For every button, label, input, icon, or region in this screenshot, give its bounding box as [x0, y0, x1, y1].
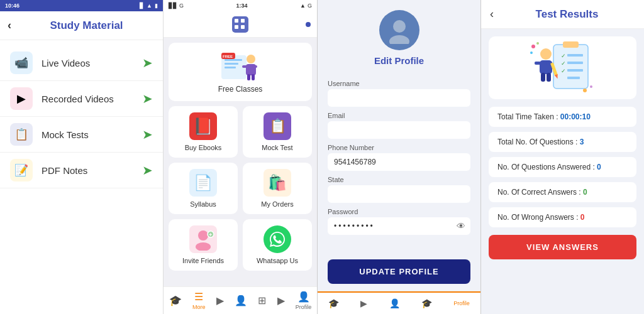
p2-grid-mock-test[interactable]: 📋 Mock Test — [243, 106, 312, 158]
p3-input-username[interactable] — [328, 89, 470, 107]
p2-content: FREE Free Classes 📕 Buy Ebooks 📋 Mock Te… — [164, 38, 317, 286]
p2-grid-syllabus[interactable]: 📄 Syllabus — [169, 163, 238, 214]
p3-input-password[interactable] — [328, 217, 470, 235]
p3-nav-courses[interactable]: 🎓 — [421, 298, 432, 308]
p3-label-state: State — [328, 176, 470, 183]
p3-profile-label: Profile — [453, 300, 470, 306]
svg-rect-25 — [567, 69, 583, 72]
back-button-4[interactable]: ‹ — [490, 8, 494, 21]
free-classes-card[interactable]: FREE Free Classes — [169, 43, 312, 101]
p1-item-live-videos[interactable]: 📹 Live Videos ➤ — [0, 45, 163, 81]
live-videos-icon: 📹 — [14, 56, 28, 70]
notification-dot — [306, 22, 311, 27]
p2-nav-profile[interactable]: 👤 Profile — [296, 291, 312, 310]
p3-nav-profile[interactable]: Profile — [453, 300, 470, 306]
svg-point-38 — [583, 89, 587, 92]
avatar-area — [318, 0, 480, 55]
recorded-videos-icon: ▶ — [17, 92, 26, 106]
p2-nav-video2[interactable]: ▶ — [277, 295, 285, 306]
svg-rect-9 — [252, 74, 255, 80]
p1-label-pdf-notes: PDF Notes — [42, 165, 142, 176]
p3-nav-home[interactable]: 🎓 — [328, 298, 339, 308]
p3-field-state: State — [328, 176, 470, 203]
buy-ebooks-grid-icon: 📕 — [189, 112, 217, 140]
p4-header: ‹ Test Results — [481, 0, 644, 29]
svg-rect-6 — [242, 65, 247, 68]
p3-input-phone[interactable] — [328, 153, 470, 171]
p3-field-username: Username — [328, 80, 470, 107]
p1-item-pdf-notes[interactable]: 📝 PDF Notes ➤ — [0, 153, 163, 188]
more-label: More — [192, 304, 206, 310]
p2-nav-grid[interactable]: ⊞ — [258, 295, 266, 306]
eye-icon[interactable]: 👁 — [457, 221, 465, 231]
results-illustration: ✓ ✓ ✓ — [489, 36, 636, 99]
p1-label-mock-tests: Mock Tests — [42, 129, 142, 140]
signal-icon-3: ▲ — [300, 3, 306, 9]
svg-text:+: + — [209, 232, 212, 238]
status-left: ▊▊ G — [169, 3, 184, 9]
svg-point-12 — [198, 230, 208, 241]
test-results-title: Test Results — [499, 8, 635, 21]
p3-nav-person[interactable]: 👤 — [389, 298, 400, 308]
p2-nav-home[interactable]: 🎓 — [169, 295, 182, 306]
p1-icon-mock-tests: 📋 — [10, 123, 33, 146]
signal-icon-2: ▊▊ — [169, 3, 177, 9]
mock-tests-icon: 📋 — [14, 127, 28, 141]
app-grid-icon — [232, 16, 248, 33]
p1-label-recorded-videos: Recorded Videos — [42, 94, 142, 104]
edit-profile-title: Edit Profile — [318, 55, 480, 66]
p3-label-email: Email — [328, 112, 470, 119]
svg-point-16 — [393, 20, 406, 33]
p1-icon-recorded-videos: ▶ — [10, 87, 33, 110]
p2-nav-person[interactable]: 👤 — [235, 295, 247, 306]
p1-item-recorded-videos[interactable]: ▶ Recorded Videos ➤ — [0, 81, 163, 117]
p2-grid-buy-ebooks[interactable]: 📕 Buy Ebooks — [169, 106, 238, 158]
svg-point-39 — [590, 85, 592, 88]
p4-stat-answered: No. Of Questions Answered : 0 — [489, 157, 636, 177]
svg-text:FREE: FREE — [223, 55, 233, 58]
svg-rect-21 — [567, 54, 583, 57]
p2-grid-invite-friends[interactable]: + Invite Friends — [169, 219, 238, 271]
video-icon: ▶ — [216, 295, 224, 306]
p4-stat-label-total-questions: Total No. Of Questions : — [497, 138, 580, 146]
whatsapp-us-grid-icon — [264, 225, 291, 253]
buy-ebooks-grid-label: Buy Ebooks — [185, 144, 222, 151]
p2-grid-my-orders[interactable]: 🛍️ My Orders — [243, 163, 312, 214]
p2-nav-more[interactable]: ☰ More — [192, 291, 206, 310]
p3-nav-video[interactable]: ▶ — [360, 298, 367, 308]
mock-test-grid-label: Mock Test — [262, 144, 292, 151]
svg-point-13 — [196, 242, 211, 251]
battery-icon: ▮ — [155, 3, 158, 9]
p4-stat-correct: No. Of Correct Answers : 0 — [489, 182, 636, 202]
p1-item-mock-tests[interactable]: 📋 Mock Tests ➤ — [0, 117, 163, 153]
home-icon: 🎓 — [169, 295, 182, 306]
svg-point-36 — [536, 42, 539, 45]
p3-input-state[interactable] — [328, 185, 470, 203]
dot2 — [241, 19, 245, 23]
p2-nav-video[interactable]: ▶ — [216, 295, 224, 306]
avatar-svg — [386, 16, 413, 44]
svg-text:✓: ✓ — [561, 60, 566, 67]
whatsapp-us-grid-label: Whatsapp Us — [257, 257, 298, 264]
p1-arrow-mock-tests: ➤ — [142, 127, 153, 142]
my-orders-grid-label: My Orders — [261, 200, 293, 208]
svg-rect-23 — [567, 62, 583, 64]
svg-text:✓: ✓ — [561, 53, 566, 59]
p4-content: ✓ ✓ ✓ — [481, 29, 644, 314]
mock-test-grid-icon: 📋 — [264, 112, 291, 140]
view-answers-button[interactable]: VIEW ANSWERS — [489, 235, 636, 259]
p2-grid-whatsapp-us[interactable]: Whatsapp Us — [243, 219, 312, 271]
p3-video-icon: ▶ — [360, 298, 367, 308]
g-icon: G — [179, 3, 184, 9]
back-button-1[interactable]: ‹ — [8, 19, 11, 32]
p3-pw-wrap: 👁 — [328, 217, 470, 235]
update-profile-button[interactable]: UPDATE PROFILE — [328, 259, 470, 284]
svg-point-35 — [531, 45, 535, 48]
panel1-title: Study Material — [18, 19, 155, 32]
p3-input-email[interactable] — [328, 121, 470, 139]
p1-arrow-live-videos: ➤ — [142, 55, 153, 70]
svg-rect-19 — [563, 41, 579, 48]
svg-rect-31 — [541, 73, 545, 82]
p1-icon-live-videos: 📹 — [10, 51, 33, 74]
grid-icon: ⊞ — [258, 295, 266, 306]
